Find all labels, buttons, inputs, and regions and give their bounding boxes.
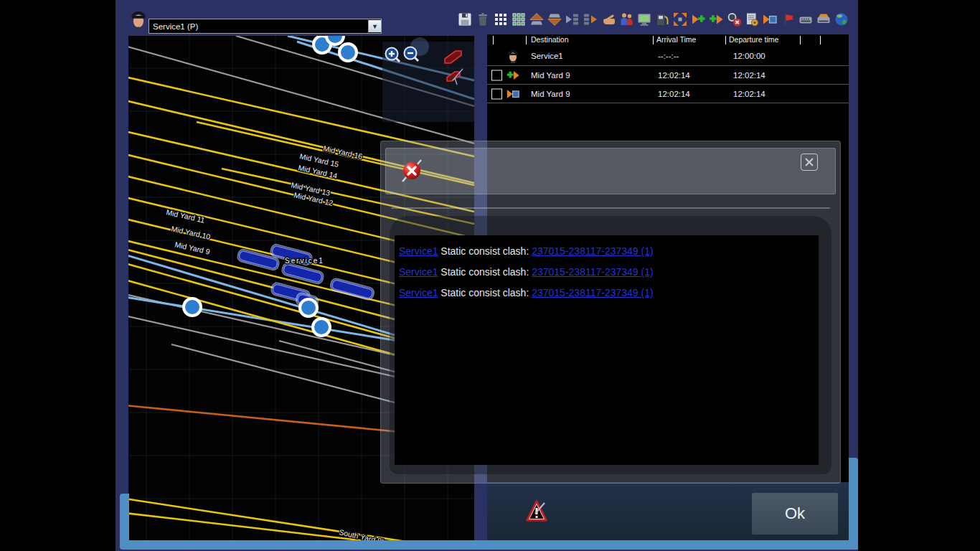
portal-icon[interactable] (762, 11, 778, 27)
add-service-icon[interactable] (690, 11, 706, 27)
marker[interactable] (313, 319, 330, 336)
add-instruction-icon (506, 68, 520, 83)
portal-icon (506, 87, 520, 101)
column-separator (725, 36, 726, 44)
clash-message: Service1 Static consist clash: 237015-23… (399, 241, 819, 262)
frame-right (849, 458, 858, 550)
cell-arrival: --:--:-- (658, 52, 679, 60)
grid-green-icon[interactable] (511, 11, 527, 27)
cell-arrival: 12:02:14 (658, 90, 690, 98)
driver-icon (506, 49, 520, 63)
cell-departure: 12:02:14 (733, 71, 765, 80)
keyboard-icon[interactable] (816, 11, 831, 27)
train-label: Service1 (285, 257, 324, 265)
hand-icon[interactable] (600, 11, 616, 27)
flag-icon[interactable] (780, 11, 796, 27)
screen: Service1 (P) ▼ Mid Yard 16Mid Yard 15Mid… (0, 0, 980, 551)
marker[interactable] (184, 298, 201, 316)
cell-destination: Mid Yard 9 (531, 90, 570, 98)
marker[interactable] (300, 299, 317, 316)
clash-message: Service1 Static consist clash: 237015-23… (399, 283, 819, 303)
raise-icon[interactable] (529, 11, 545, 27)
track-label: Mid Yard 11 (166, 207, 206, 225)
fuel-pump-icon[interactable] (654, 11, 670, 27)
track-label: Mid Yard 10 (171, 224, 212, 241)
shift-right-icon[interactable] (565, 11, 580, 27)
delete-icon[interactable] (475, 11, 491, 27)
cell-departure: 12:02:14 (733, 90, 765, 98)
grid-white-icon[interactable] (493, 11, 509, 27)
column-departure-time: Departure time (729, 35, 778, 44)
console-icon[interactable] (798, 11, 814, 27)
cell-departure: 12:00:00 (733, 52, 765, 60)
passengers-icon[interactable] (618, 11, 634, 27)
clash-link[interactable]: 237015-238117-237349 (1) (532, 287, 653, 298)
clash-text: Static consist clash: (438, 266, 532, 278)
error-signal-icon (397, 156, 426, 185)
toolbar (457, 11, 849, 28)
table-row[interactable]: Service1--:--:--12:00:00 (487, 46, 849, 66)
monitor-icon[interactable] (636, 11, 652, 27)
service-settings-icon[interactable] (744, 11, 760, 27)
remove-error-icon[interactable] (726, 11, 742, 27)
world-icon[interactable] (834, 11, 849, 27)
message-box: Service1 Static consist clash: 237015-23… (395, 235, 819, 465)
clash-message: Service1 Static consist clash: 237015-23… (399, 262, 819, 283)
lower-icon[interactable] (547, 11, 562, 27)
clash-link[interactable]: 237015-238117-237349 (1) (532, 245, 653, 257)
clash-link[interactable]: 237015-238117-237349 (1) (532, 266, 653, 278)
append-right-icon[interactable] (583, 11, 598, 27)
column-separator (800, 36, 801, 44)
frame-bottom (120, 540, 854, 550)
close-icon[interactable] (801, 154, 818, 171)
add-instruction-icon[interactable] (708, 11, 724, 27)
marker[interactable] (326, 36, 344, 44)
cell-destination: Service1 (531, 52, 563, 60)
service-link[interactable]: Service1 (399, 287, 438, 298)
cell-destination: Mid Yard 9 (531, 71, 570, 80)
column-separator (653, 36, 654, 44)
consist[interactable] (329, 278, 374, 301)
table-row[interactable]: Mid Yard 912:02:1412:02:14 (487, 66, 849, 85)
table-row[interactable]: Mid Yard 912:02:1412:02:14 (487, 85, 849, 103)
ok-button[interactable]: Ok (752, 493, 838, 534)
timetable-header: Destination Arrival Time Departure time (487, 34, 849, 46)
scenario-editor-window: Service1 (P) ▼ Mid Yard 16Mid Yard 15Mid… (116, 0, 858, 551)
confirm-bar: Ok (487, 482, 849, 542)
column-separator (493, 36, 494, 44)
row-checkbox[interactable] (491, 88, 502, 99)
save-icon[interactable] (457, 11, 473, 27)
dialog-header (385, 148, 836, 194)
chevron-down-icon[interactable]: ▼ (368, 20, 381, 32)
column-separator (526, 36, 527, 44)
frame-left (120, 494, 129, 540)
marker[interactable] (339, 44, 357, 61)
column-destination: Destination (531, 35, 569, 44)
service-link[interactable]: Service1 (399, 266, 438, 278)
column-separator (820, 36, 821, 44)
cell-arrival: 12:02:14 (658, 71, 690, 80)
clash-text: Static consist clash: (438, 287, 532, 298)
message-list: Service1 Static consist clash: 237015-23… (395, 235, 819, 303)
driver-icon (130, 9, 147, 29)
service-link[interactable]: Service1 (399, 245, 438, 257)
warning-icon (525, 498, 548, 525)
service-selector-value: Service1 (P) (149, 22, 368, 31)
service-selector[interactable]: Service1 (P) ▼ (149, 19, 382, 34)
expand-icon[interactable] (672, 11, 688, 27)
clash-text: Static consist clash: (438, 245, 532, 257)
dialog-divider (391, 207, 830, 209)
consist-clash-dialog: Service1 Static consist clash: 237015-23… (380, 141, 841, 484)
row-checkbox[interactable] (491, 70, 502, 80)
column-arrival-time: Arrival Time (656, 35, 696, 44)
